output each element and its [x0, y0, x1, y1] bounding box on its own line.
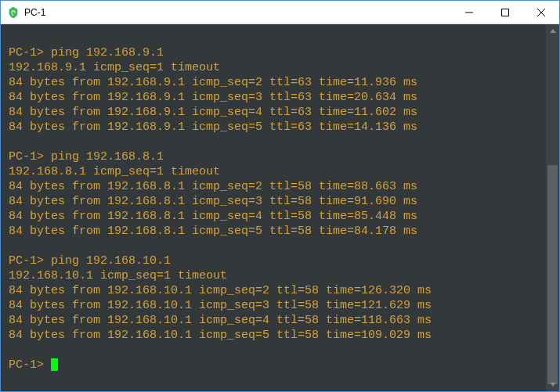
reply-line: 84 bytes from 192.168.10.1 icmp_seq=3 tt… [9, 298, 546, 313]
svg-rect-2 [502, 9, 509, 16]
timeout-line: 192.168.8.1 icmp_seq=1 timeout [9, 164, 546, 179]
reply-line: 84 bytes from 192.168.10.1 icmp_seq=5 tt… [9, 328, 546, 343]
terminal-area: PC-1> ping 192.168.9.1192.168.9.1 icmp_s… [1, 24, 559, 391]
close-button[interactable] [523, 1, 559, 23]
reply-line: 84 bytes from 192.168.8.1 icmp_seq=5 ttl… [9, 224, 546, 239]
reply-line: 84 bytes from 192.168.9.1 icmp_seq=3 ttl… [9, 90, 546, 105]
scroll-thumb[interactable] [547, 165, 558, 384]
reply-line: 84 bytes from 192.168.10.1 icmp_seq=4 tt… [9, 313, 546, 328]
blank-line [9, 239, 546, 254]
titlebar[interactable]: PC-1 [1, 1, 559, 24]
prompt-line[interactable]: PC-1> [9, 358, 546, 372]
window-controls [451, 1, 559, 23]
timeout-line: 192.168.10.1 icmp_seq=1 timeout [9, 268, 546, 283]
reply-line: 84 bytes from 192.168.8.1 icmp_seq=3 ttl… [9, 194, 546, 209]
command-line: PC-1> ping 192.168.9.1 [9, 45, 546, 60]
reply-line: 84 bytes from 192.168.9.1 icmp_seq=5 ttl… [9, 120, 546, 135]
reply-line: 84 bytes from 192.168.8.1 icmp_seq=2 ttl… [9, 179, 546, 194]
window-title: PC-1 [24, 7, 451, 18]
app-icon [7, 6, 20, 19]
terminal-output[interactable]: PC-1> ping 192.168.9.1192.168.9.1 icmp_s… [1, 24, 546, 391]
scroll-down-arrow[interactable] [546, 378, 559, 391]
blank-line [9, 31, 546, 45]
blank-line [9, 343, 546, 358]
reply-line: 84 bytes from 192.168.8.1 icmp_seq=4 ttl… [9, 209, 546, 224]
maximize-button[interactable] [487, 1, 523, 23]
scrollbar[interactable] [546, 24, 559, 391]
reply-line: 84 bytes from 192.168.9.1 icmp_seq=4 ttl… [9, 105, 546, 120]
reply-line: 84 bytes from 192.168.9.1 icmp_seq=2 ttl… [9, 75, 546, 90]
svg-point-0 [14, 12, 15, 13]
minimize-button[interactable] [451, 1, 487, 23]
command-line: PC-1> ping 192.168.8.1 [9, 149, 546, 164]
blank-line [9, 135, 546, 149]
command-line: PC-1> ping 192.168.10.1 [9, 254, 546, 268]
cursor [51, 358, 58, 371]
reply-line: 84 bytes from 192.168.10.1 icmp_seq=2 tt… [9, 283, 546, 298]
timeout-line: 192.168.9.1 icmp_seq=1 timeout [9, 60, 546, 75]
scroll-up-arrow[interactable] [546, 24, 559, 38]
